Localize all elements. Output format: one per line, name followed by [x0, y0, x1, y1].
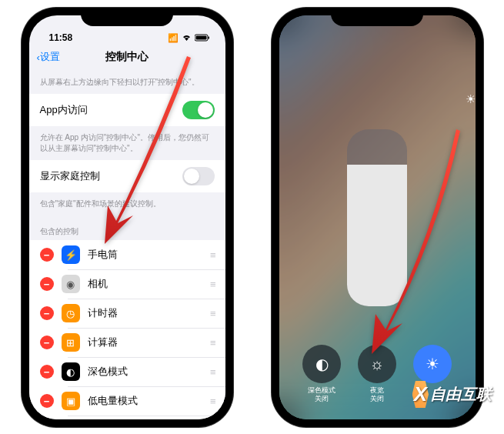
phone-right: ☀ ◐ 深色模式 关闭 ☼	[272, 8, 483, 427]
control-row[interactable]: −⚡手电筒≡	[29, 240, 225, 269]
nav-bar: ‹ 设置 控制中心	[29, 43, 225, 71]
settings-body[interactable]: 从屏幕右上方边缘向下轻扫以打开"控制中心"。 App内访问 允许在 App 内访…	[29, 71, 225, 419]
wifi-icon	[182, 34, 192, 43]
drag-handle-icon[interactable]: ≡	[210, 249, 215, 261]
control-icon: ⚡	[62, 245, 80, 264]
settings-screen: 11:58 📶 ‹ 设置 控制中心 从屏幕右上方边缘向下轻扫以打开"	[29, 15, 225, 419]
remove-button[interactable]: −	[40, 394, 54, 408]
cell-home-control[interactable]: 显示家庭控制	[29, 160, 225, 192]
control-label: 相机	[88, 277, 202, 291]
true-tone-button[interactable]: ☀	[413, 345, 452, 383]
control-icon: ◐	[62, 362, 80, 381]
control-label: 手电筒	[88, 248, 202, 262]
watermark-text: 自由互联	[430, 384, 492, 405]
app-access-toggle[interactable]	[182, 101, 215, 119]
cc-buttons: ◐ 深色模式 关闭 ☼ 夜览 关闭	[302, 345, 452, 383]
page-title: 控制中心	[105, 50, 149, 64]
control-row[interactable]: −▣低电量模式≡	[29, 386, 225, 416]
back-button[interactable]: ‹ 设置	[37, 50, 60, 64]
app-access-hint: 允许在 App 内访问"控制中心"。停用后，您仍然可以从主屏幕访问"控制中心"。	[29, 126, 225, 160]
brightness-fill	[347, 165, 407, 306]
drag-handle-icon[interactable]: ≡	[210, 337, 215, 349]
sun-icon: ☀	[466, 92, 476, 106]
control-center-screen[interactable]: ☀ ◐ 深色模式 关闭 ☼	[279, 15, 476, 419]
remove-button[interactable]: −	[40, 306, 54, 320]
remove-button[interactable]: −	[40, 365, 54, 379]
watermark-logo: X	[414, 382, 427, 406]
control-label: 计算器	[88, 336, 202, 349]
notch	[81, 8, 173, 26]
control-row[interactable]: −◉屏幕录制≡	[29, 416, 225, 419]
status-time: 11:58	[49, 32, 73, 43]
night-shift-label: 夜览 关闭	[370, 386, 384, 403]
remove-button[interactable]: −	[40, 248, 54, 262]
control-row[interactable]: −◉相机≡	[29, 269, 225, 299]
drag-handle-icon[interactable]: ≡	[210, 366, 215, 378]
control-icon: ◷	[62, 304, 80, 322]
drag-handle-icon[interactable]: ≡	[210, 308, 215, 319]
control-row[interactable]: −⊞计算器≡	[29, 328, 225, 357]
control-label: 深色模式	[88, 365, 202, 379]
home-toggle[interactable]	[182, 167, 215, 185]
cell-app-access[interactable]: App内访问	[29, 94, 225, 126]
drag-handle-icon[interactable]: ≡	[210, 396, 215, 407]
swipe-hint: 从屏幕右上方边缘向下轻扫以打开"控制中心"。	[29, 71, 225, 94]
dark-mode-label: 深色模式 关闭	[308, 386, 335, 403]
dark-mode-button[interactable]: ◐ 深色模式 关闭	[302, 345, 341, 383]
watermark: X 自由互联	[414, 382, 492, 406]
notch	[331, 8, 423, 26]
app-access-label: App内访问	[40, 103, 182, 117]
svg-rect-1	[195, 35, 206, 39]
controls-list: −⚡手电筒≡−◉相机≡−◷计时器≡−⊞计算器≡−◐深色模式≡−▣低电量模式≡−◉…	[29, 240, 225, 419]
control-icon: ◉	[62, 275, 80, 293]
status-indicators: 📶	[168, 33, 210, 43]
control-label: 计时器	[88, 306, 202, 320]
remove-button[interactable]: −	[40, 277, 54, 291]
home-label: 显示家庭控制	[40, 169, 182, 183]
control-label: 低电量模式	[88, 394, 202, 408]
drag-handle-icon[interactable]: ≡	[210, 279, 215, 290]
battery-icon	[195, 34, 210, 43]
true-tone-icon: ☀	[426, 355, 439, 373]
control-row[interactable]: −◐深色模式≡	[29, 357, 225, 386]
home-hint: 包含"家庭"配件和场景的建议控制。	[29, 192, 225, 215]
dark-mode-icon: ◐	[315, 355, 329, 373]
control-icon: ▣	[62, 392, 80, 410]
remove-button[interactable]: −	[40, 336, 54, 349]
brightness-slider[interactable]	[347, 129, 407, 306]
control-row[interactable]: −◷计时器≡	[29, 299, 225, 328]
section-included: 包含的控制	[29, 215, 225, 240]
back-label: 设置	[40, 50, 60, 64]
night-shift-icon: ☼	[370, 356, 384, 373]
signal-icon: 📶	[168, 33, 179, 43]
phone-left: 11:58 📶 ‹ 设置 控制中心 从屏幕右上方边缘向下轻扫以打开"	[22, 8, 233, 427]
night-shift-button[interactable]: ☼ 夜览 关闭	[358, 345, 396, 383]
svg-rect-2	[208, 36, 209, 38]
control-icon: ⊞	[62, 333, 80, 352]
